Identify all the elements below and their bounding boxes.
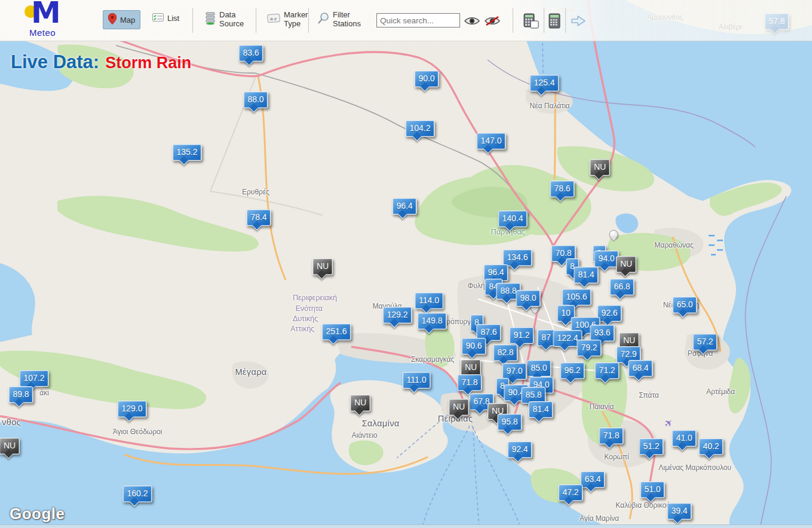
station-marker[interactable]: 92.6 — [597, 305, 621, 322]
list-view-button[interactable]: List — [147, 10, 185, 26]
station-marker-nodata[interactable]: NU — [350, 395, 370, 411]
map-view-button[interactable]: Map — [103, 10, 140, 29]
station-marker[interactable]: 78.4 — [246, 209, 271, 226]
station-marker[interactable]: 81.4 — [528, 401, 553, 418]
station-marker[interactable]: 90.6 — [461, 338, 486, 355]
station-marker[interactable]: 114.0 — [415, 292, 443, 309]
toolbar: M Meteo Map List Data Source — [0, 0, 812, 41]
quick-search-input[interactable] — [376, 13, 460, 28]
station-marker[interactable]: 96.4 — [392, 198, 416, 215]
station-marker[interactable]: 134.6 — [502, 249, 532, 266]
filter-stations-label: Filter Stations — [333, 10, 361, 28]
google-attribution: Google — [10, 505, 65, 523]
station-marker[interactable]: 71.2 — [595, 362, 619, 379]
station-marker[interactable]: 71.8 — [599, 428, 623, 444]
station-marker[interactable]: 93.6 — [590, 325, 614, 341]
station-marker[interactable]: 82.8 — [493, 344, 517, 361]
map-place-label: Ερυθρές — [242, 188, 269, 196]
station-marker[interactable]: 91.2 — [509, 327, 534, 344]
station-marker-nodata[interactable]: NU — [0, 438, 20, 454]
marker-type-label: Marker Type — [284, 10, 308, 28]
station-marker[interactable]: 104.2 — [405, 120, 434, 137]
data-source-icon — [205, 12, 216, 27]
panel-calculator-button[interactable] — [523, 13, 539, 30]
station-marker-nodata[interactable]: NU — [590, 159, 610, 176]
map-place-label: Σπάτα — [639, 391, 658, 399]
map-place-label: άκι — [39, 389, 49, 397]
app-logo: M Meteo — [0, 0, 84, 41]
station-marker[interactable]: 107.2 — [19, 370, 48, 387]
station-marker[interactable]: 88.0 — [243, 91, 268, 108]
filter-stations-button[interactable]: Filter Stations — [312, 7, 366, 31]
station-marker[interactable]: 39.4 — [667, 503, 691, 520]
station-marker[interactable]: 160.2 — [122, 486, 152, 502]
marker-type-button[interactable]: a·z Marker Type — [262, 7, 313, 31]
station-marker[interactable]: 87 — [537, 329, 555, 346]
calculator-button[interactable] — [549, 13, 560, 30]
station-marker[interactable]: 125.4 — [529, 75, 559, 91]
station-marker[interactable]: 105.6 — [562, 289, 591, 306]
station-marker[interactable]: 68.4 — [628, 360, 652, 377]
map-canvas[interactable]: ΕρέτριαΑμαρυνθοςΑλιβέριΒαθύΝέα ΠαλάτιαΕρ… — [0, 0, 812, 528]
map-place-label: Μαραθώνας — [654, 241, 693, 249]
filter-icon — [317, 12, 329, 26]
station-marker[interactable]: 71.8 — [457, 374, 482, 391]
station-marker[interactable]: 95.8 — [497, 414, 522, 431]
map-imagery — [0, 0, 812, 528]
hide-markers-button[interactable] — [484, 16, 501, 28]
map-place-label: Περιφερειακή — [293, 294, 337, 302]
data-source-button[interactable]: Data Source — [200, 7, 249, 31]
station-marker[interactable]: 147.0 — [476, 133, 505, 149]
station-marker[interactable]: 47.2 — [558, 484, 583, 501]
station-marker[interactable]: 111.0 — [403, 372, 431, 389]
station-marker[interactable]: 40.2 — [698, 438, 723, 455]
station-marker-nodata[interactable]: NU — [312, 258, 333, 275]
station-marker[interactable]: 81.4 — [574, 267, 598, 283]
map-place-label: Σαλαμίνα — [361, 419, 399, 428]
station-pin-empty[interactable] — [609, 230, 618, 239]
station-marker[interactable]: 51.2 — [639, 438, 663, 455]
station-marker[interactable]: 251.6 — [321, 323, 351, 340]
page-title: Live Data:Storm Rain — [11, 51, 191, 73]
station-marker[interactable]: 92.4 — [507, 441, 532, 458]
station-marker[interactable]: 135.2 — [172, 144, 201, 161]
station-marker[interactable]: 66.8 — [609, 279, 634, 295]
meteo-app: ΕρέτριαΑμαρυνθοςΑλιβέριΒαθύΝέα ΠαλάτιαΕρ… — [0, 0, 812, 528]
station-marker[interactable]: 63.4 — [580, 471, 605, 488]
map-place-label: Αρτέμιδα — [706, 387, 735, 396]
map-place-label: Δυτικής — [293, 315, 318, 323]
station-marker-nodata[interactable]: NU — [449, 399, 469, 416]
station-marker-nodata[interactable]: NU — [616, 256, 636, 273]
show-markers-button[interactable] — [464, 16, 480, 28]
svg-text:a·z: a·z — [270, 16, 277, 22]
station-marker[interactable]: 57.2 — [693, 334, 717, 350]
station-marker[interactable]: 98.0 — [516, 290, 540, 307]
station-marker[interactable]: 140.4 — [498, 210, 527, 227]
map-place-label: Φυλή — [468, 282, 485, 290]
next-page-button[interactable] — [570, 14, 587, 29]
station-marker[interactable]: 85.0 — [526, 360, 551, 377]
station-marker[interactable]: 79.2 — [577, 340, 601, 356]
station-marker[interactable]: 78.6 — [550, 181, 574, 197]
station-marker[interactable]: 96.2 — [560, 362, 584, 379]
station-marker[interactable]: 97.0 — [502, 363, 526, 380]
data-mode-label: Storm Rain — [105, 54, 191, 72]
marker-type-icon: a·z — [267, 13, 280, 25]
station-marker[interactable]: 149.8 — [417, 313, 446, 329]
station-marker[interactable]: 41.0 — [672, 430, 696, 447]
bottom-edge — [0, 524, 812, 528]
eye-hide-icon — [484, 19, 501, 28]
station-marker[interactable]: 94.0 — [594, 251, 618, 267]
live-data-label: Live Data: — [11, 51, 99, 72]
station-marker[interactable]: 89.8 — [8, 386, 33, 403]
station-marker[interactable]: 129.0 — [117, 401, 146, 417]
station-marker-nodata[interactable]: NU — [461, 359, 481, 376]
station-marker[interactable]: 65.0 — [672, 297, 697, 313]
toolbar-separator — [308, 8, 309, 33]
logo-brand: Meteo — [29, 28, 56, 38]
station-marker[interactable]: 129.2 — [382, 307, 412, 323]
station-marker[interactable]: 90.0 — [414, 71, 439, 87]
station-marker[interactable]: 83.6 — [238, 45, 263, 62]
calculator-icon — [549, 22, 560, 30]
station-marker[interactable]: 51.0 — [640, 481, 664, 498]
